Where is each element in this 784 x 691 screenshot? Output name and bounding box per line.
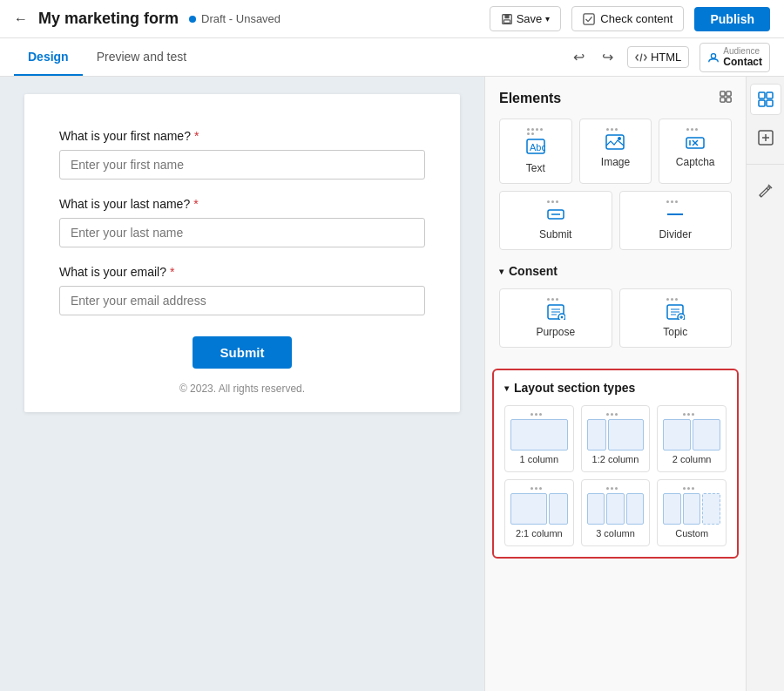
svg-rect-2: [504, 19, 510, 23]
last-name-label: What is your last name? *: [59, 197, 425, 211]
undo-button[interactable]: ↩: [570, 45, 588, 69]
layout-21col-label: 2:1 column: [510, 528, 568, 539]
element-submit[interactable]: Submit: [499, 191, 612, 250]
email-input[interactable]: [59, 286, 425, 315]
svg-rect-8: [720, 91, 725, 96]
redo-button[interactable]: ↪: [598, 45, 617, 69]
element-divider-label: Divider: [627, 228, 725, 240]
save-icon: [501, 13, 513, 25]
audience-label: Audience: [723, 47, 762, 56]
publish-button[interactable]: Publish: [694, 7, 770, 31]
layout-section-header: ▾ Layout section types: [504, 381, 727, 395]
element-image-label: Image: [587, 156, 645, 168]
email-label: What is your email? *: [59, 265, 425, 279]
tab-design[interactable]: Design: [14, 39, 83, 76]
element-purpose[interactable]: Purpose: [499, 288, 612, 348]
svg-rect-39: [759, 100, 765, 106]
layout-section: ▾ Layout section types 1 column: [492, 369, 739, 559]
elements-icon: [758, 91, 774, 107]
svg-rect-10: [720, 98, 725, 102]
html-label: HTML: [651, 51, 681, 64]
svg-line-44: [767, 188, 768, 190]
element-divider[interactable]: Divider: [619, 191, 733, 250]
element-purpose-label: Purpose: [507, 326, 605, 338]
layout-custom-label: Custom: [663, 528, 720, 539]
element-text-label: Text: [507, 162, 564, 174]
element-image[interactable]: Image: [579, 119, 652, 184]
layout-2col[interactable]: 2 column: [657, 405, 727, 472]
consent-chevron[interactable]: ▾: [499, 267, 504, 276]
svg-rect-1: [504, 14, 509, 17]
required-star-2: *: [193, 197, 198, 211]
layout-12col[interactable]: 1:2 column: [581, 405, 651, 472]
layout-2col-label: 2 column: [663, 454, 720, 464]
svg-rect-38: [767, 92, 773, 98]
publish-label: Publish: [710, 12, 754, 26]
element-topic-label: Topic: [627, 326, 725, 338]
elements-section: Elements Abc Text: [485, 77, 746, 264]
element-text[interactable]: Abc Text: [499, 119, 572, 184]
sidebar-elements-button[interactable]: [750, 84, 781, 115]
svg-line-45: [760, 195, 761, 197]
edit-icon: [758, 183, 774, 199]
svg-line-5: [588, 17, 591, 21]
required-star-3: *: [170, 265, 174, 279]
email-group: What is your email? *: [59, 265, 425, 315]
add-icon: [758, 130, 774, 146]
elements-row2: Submit Divider: [499, 191, 732, 250]
form-preview: What is your first name? * What is your …: [24, 94, 460, 412]
submit-button[interactable]: Submit: [193, 336, 293, 369]
elements-panel: Elements Abc Text: [484, 77, 746, 691]
first-name-input[interactable]: [59, 150, 425, 180]
form-footer: © 2023. All rights reserved.: [59, 383, 425, 395]
layout-3col-label: 3 column: [587, 528, 645, 539]
layout-12col-label: 1:2 column: [587, 454, 645, 464]
audience-value: Contact: [723, 56, 762, 68]
tab-preview[interactable]: Preview and test: [83, 39, 201, 76]
svg-line-6: [640, 53, 642, 61]
status-dot: [189, 16, 196, 23]
sub-header: Design Preview and test ↩ ↪ HTML Audienc…: [0, 38, 784, 77]
layout-1col[interactable]: 1 column: [504, 405, 574, 472]
layout-chevron[interactable]: ▾: [504, 383, 509, 393]
check-content-button[interactable]: Check content: [571, 6, 684, 31]
element-submit-label: Submit: [507, 228, 605, 240]
layout-custom[interactable]: Custom: [657, 479, 727, 546]
element-topic[interactable]: Topic: [619, 288, 733, 348]
elements-grid: Abc Text Image: [499, 119, 732, 184]
back-button[interactable]: ←: [14, 11, 28, 27]
svg-rect-37: [759, 92, 765, 98]
svg-rect-40: [767, 100, 773, 106]
panel-resize-icon[interactable]: [720, 91, 732, 106]
sub-actions: ↩ ↪ HTML Audience Contact: [570, 43, 770, 72]
draft-status: Draft - Unsaved: [189, 12, 280, 25]
save-chevron-icon[interactable]: ▾: [545, 14, 550, 24]
layout-grid: 1 column 1:2 column: [504, 405, 727, 546]
consent-title: Consent: [509, 264, 558, 278]
sidebar-add-button[interactable]: [750, 122, 781, 153]
elements-title: Elements: [499, 91, 732, 106]
svg-rect-3: [584, 13, 594, 24]
consent-section: ▾ Consent Purpose: [485, 264, 746, 362]
sidebar-edit-button[interactable]: [750, 175, 781, 207]
sidebar-icons: [746, 77, 784, 691]
element-captcha-label: Captcha: [666, 156, 724, 168]
save-button[interactable]: Save ▾: [490, 6, 562, 31]
element-captcha[interactable]: Captcha: [659, 119, 732, 184]
svg-text:Abc: Abc: [530, 142, 545, 152]
first-name-label: What is your first name? *: [59, 129, 425, 143]
layout-3col[interactable]: 3 column: [581, 479, 651, 546]
layout-1col-label: 1 column: [510, 454, 568, 464]
main-area: What is your first name? * What is your …: [0, 77, 784, 691]
audience-selector[interactable]: Audience Contact: [700, 43, 770, 72]
last-name-group: What is your last name? *: [59, 197, 425, 247]
required-star-1: *: [194, 129, 199, 143]
form-canvas: What is your first name? * What is your …: [0, 77, 484, 691]
last-name-input[interactable]: [59, 218, 425, 247]
html-button[interactable]: HTML: [627, 46, 689, 68]
html-icon: [635, 51, 647, 64]
layout-21col[interactable]: 2:1 column: [504, 479, 574, 546]
audience-icon: [707, 51, 720, 64]
svg-point-15: [618, 137, 621, 140]
first-name-group: What is your first name? *: [59, 129, 425, 180]
